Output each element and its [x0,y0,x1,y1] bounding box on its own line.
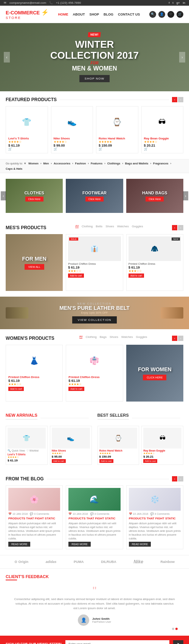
arrivals-title: NEW ARRIVALS [6,413,37,420]
feedback-underline [6,580,17,580]
blog-read-more-2[interactable]: READ MORE [68,542,90,547]
bestseller-price-goggle: $ 20.21 [143,455,181,458]
hero-left-arrow[interactable]: ‹ [4,52,10,63]
mens-filter-all[interactable]: All [75,224,79,228]
nav-home[interactable]: HOME [58,13,68,16]
quick-nav-clothings[interactable]: Clothings [107,162,121,165]
arrival-quick-view[interactable]: 🔍 Quick View [8,449,25,452]
product-cart-shirt[interactable]: 🛒 [8,147,45,151]
quick-view-btn[interactable]: 🔍 Quick View [11,129,29,132]
feedback-dot-2[interactable] [175,628,178,630]
bestseller-stars-goggle: ★★★★☆ [143,452,181,455]
womens-main-label: FOR WOMEN [138,366,172,372]
newsletter-label: SIGN UP FOR OUR NEWSLETTER! [6,642,62,644]
featured-header: FEATURED PRODUCTS ‹ › [6,97,183,102]
blog-next-btn[interactable]: › [178,476,183,481]
womens-product-img-2: 👘 [68,347,120,374]
blog-img-3: ❄️ [129,488,181,511]
mens-filter-clothing[interactable]: Clothing [82,225,93,228]
womens-filter-clothing[interactable]: Clothing [85,335,96,339]
shop-now-button[interactable]: SHOP NOW [79,75,110,82]
arrival-wishlist[interactable]: ♡ Wishlist [26,449,39,452]
newsletter-submit-btn[interactable]: ➤ [173,640,183,644]
womens-filter-bags[interactable]: Bags [100,335,107,339]
womens-filter-watches[interactable]: Watches [121,335,133,339]
nav-contact[interactable]: CONTACT US [118,13,140,16]
heart-icon[interactable]: ♡ [167,11,174,18]
user-icon[interactable]: 👤 [158,11,165,18]
nav-shop[interactable]: SHOP [90,13,99,16]
product-cart-goggle[interactable]: 🛒 [144,147,181,151]
quick-nav-features[interactable]: Features [91,162,102,165]
blog-prev-btn[interactable]: ‹ [172,476,177,481]
quick-nav-men[interactable]: Men [43,162,49,165]
quick-nav-bags[interactable]: Bags and Wallets [125,162,149,165]
quick-nav-fashion[interactable]: Fashion [75,162,86,165]
womens-prev-btn[interactable]: ‹ [172,336,177,341]
handbags-btn[interactable]: Click Here [146,197,164,202]
blog-meta-3: 📅 10 JAN 2016 💬 4 Comments [129,513,181,516]
bestseller-cart-goggle[interactable]: Add to cart [143,459,157,463]
bestseller-cart-watch[interactable]: Add to cart [99,459,113,463]
email-icon: ✉ [4,1,6,5]
featured-prev-btn[interactable]: ‹ [172,97,177,102]
blog-section: FROM THE BLOG ‹ › 🌸 📅 10 JAN 2016 💬 4 Co… [0,470,189,555]
mens-filter-shoes[interactable]: Shoes [105,225,114,228]
wishlist-btn[interactable]: ♡ Wishlist [30,129,42,132]
blog-date-1: 📅 10 JAN 2016 [8,513,28,515]
product-card-watch: ⌚ Rolex Hand Watch ★★★★★ $ 150.09 🛒 [96,106,138,153]
footwear-btn[interactable]: Click Here [85,197,104,202]
mens-add-to-cart-1[interactable]: Add to cart [68,274,84,278]
arrival-name-shoes: Nike Shoes [52,449,90,452]
mens-banner-content: FOR MEN VIEW ALL [22,256,46,270]
arrival-cart-shoes[interactable]: Add to cart [52,459,66,463]
phone-icon: 📞 [49,1,53,5]
brand-dilruba: DILRUBA [101,560,116,564]
category-next-btn[interactable]: › [183,191,188,200]
mens-prev-btn[interactable]: ‹ [172,225,177,230]
category-prev-btn[interactable]: ‹ [1,191,6,200]
nav-about[interactable]: ABOUT [73,13,85,16]
mens-filter-belts[interactable]: Belts [96,225,102,228]
womens-click-btn[interactable]: CLICK HERE [143,375,166,380]
mens-view-all-btn[interactable]: VIEW ALL [25,264,44,270]
blog-meta-2: 📅 10 JAN 2016 💬 4 Comments [68,513,120,516]
mens-add-to-cart-2[interactable]: Add to cart [129,274,144,278]
product-name-watch: Rolex Hand Watch [99,137,136,140]
facebook-icon: f [169,1,169,5]
feedback-author-name: Johni Smith [92,617,111,621]
product-cart-shoes[interactable]: 🛒 [54,147,91,151]
quick-nav-fragrances[interactable]: Fragrances [153,162,168,165]
blog-read-more-3[interactable]: READ MORE [129,542,151,547]
blog-meta-1: 📅 10 JAN 2016 💬 4 Comments [8,513,60,516]
quick-nav-caps[interactable]: Caps & Hats [6,167,22,170]
footwear-content: FOOTWEAR Click Here [82,191,107,202]
product-cart-watch[interactable]: 🛒 [99,147,136,151]
womens-filter-all[interactable]: All [79,335,83,339]
mens-filter-watches[interactable]: Watches [117,225,129,228]
product-stars-shoes: ★★★★☆ [54,140,91,144]
clothes-btn[interactable]: Click Here [25,197,43,202]
arrivals-grid: 👕 🔍 Quick View ♡ Wishlist Levi's T-Shirt… [6,426,92,465]
cart-icon[interactable]: 🛒 [177,11,183,18]
womens-product-1: 👗 Printed Chiffon Dress $ 61.19 ★★★☆☆ Ad… [6,345,63,402]
womens-filter-goggles[interactable]: Goggles [136,335,147,339]
newsletter-email-input[interactable] [65,640,169,644]
womens-add-to-cart-1[interactable]: Add to cart [8,387,24,391]
hero-right-arrow[interactable]: › [179,52,185,63]
feedback-dot-1[interactable] [172,628,174,630]
womens-next-btn[interactable]: › [178,336,183,341]
womens-add-to-cart-2[interactable]: Add to cart [68,387,84,391]
featured-next-btn[interactable]: › [178,97,183,102]
bestsellers-header: BEST SELLERS [98,413,184,423]
blog-read-more-1[interactable]: READ MORE [8,542,30,547]
mens-filter-goggles[interactable]: Goggles [132,225,143,228]
search-icon[interactable]: 🔍 [149,11,156,18]
womens-filter-shoes[interactable]: Shoes [110,335,118,339]
quick-nav-accessories[interactable]: Accessories [54,162,70,165]
nav-blog[interactable]: BLOG [104,13,113,16]
quick-nav-women[interactable]: Women [28,162,39,165]
mens-next-btn[interactable]: › [178,225,183,230]
hero-new-badge: NEW! [88,32,101,37]
belt-view-btn[interactable]: VIEW COLLECTION [72,316,117,324]
